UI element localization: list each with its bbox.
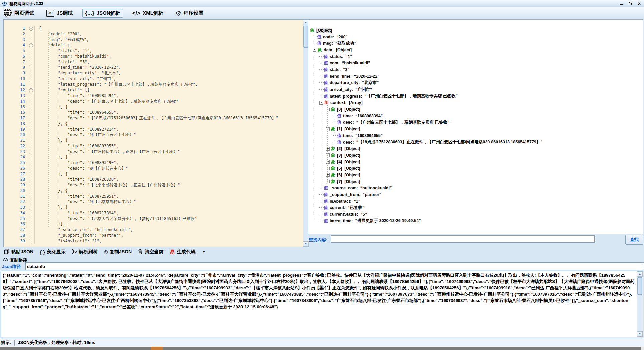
nav-tab-web-debug[interactable]: 网页调试 — [1, 7, 37, 20]
tree-node[interactable]: -象[1][Object] — [310, 126, 642, 132]
paste-json-button[interactable]: 粘贴JSON — [4, 249, 33, 255]
value-type-icon: 值 — [324, 73, 328, 79]
beautify-button[interactable]: { }美化显示 — [40, 249, 66, 255]
close-button[interactable]: × — [637, 1, 642, 6]
value-type-icon: 值 — [324, 198, 328, 204]
tree-node[interactable]: 值desc:“【广州白云区十七部】，瑞朗基歌专卖店 已签收” — [310, 119, 642, 126]
tree-node[interactable]: 值com:“baishikuaidi” — [310, 60, 642, 66]
tree-node[interactable]: 值desc:“【18周成/17512830603】正在派件，【广州白云区十七部/… — [310, 139, 642, 146]
value-type-icon: 值 — [317, 34, 321, 40]
editor-line-text: "msg": "获取成功", — [34, 37, 303, 43]
tree-expand-toggle[interactable]: + — [326, 147, 330, 151]
tree-expand-toggle[interactable]: + — [326, 180, 330, 183]
tree-node[interactable]: -象[0][Object] — [310, 106, 642, 113]
tree-node[interactable]: +象[7][Object] — [310, 178, 642, 185]
tree-expand-toggle[interactable]: + — [326, 167, 330, 170]
value-type-icon: 值 — [324, 205, 328, 211]
line-number: 16 — [4, 110, 28, 115]
json-editor[interactable]: 1-{2 "code": "200",3 "msg": "获取成功",4- "d… — [3, 19, 309, 247]
tree-connector-stub — [319, 89, 324, 90]
tree-node[interactable]: 值currentStatus:“5” — [310, 211, 642, 218]
minimize-button[interactable] — [619, 1, 624, 6]
tree-node[interactable]: 值state:“3” — [310, 66, 642, 73]
array-type-icon: 组 — [324, 100, 329, 106]
fold-collapse-icon[interactable]: - — [29, 43, 33, 47]
tree-expand-toggle[interactable]: - — [326, 127, 330, 131]
tree-connector-stub — [319, 214, 324, 215]
editor-line-text: "desc": "【18周成/17512830603】正在派件，【广州白云区十七… — [34, 115, 303, 121]
nav-tab-label: JSON解析 — [97, 10, 120, 16]
generate-code-button[interactable]: 易生成代码 — [170, 249, 195, 255]
tree-node[interactable]: 值code:“200” — [310, 34, 642, 40]
copy-path-button[interactable]: 复制路径 — [3, 257, 137, 262]
tree-connector-stub — [333, 135, 337, 136]
nav-tab-json-parse[interactable]: {...}JSON解析 — [82, 9, 123, 18]
restore-icon — [629, 2, 632, 5]
fold-column — [28, 59, 34, 65]
restore-button[interactable] — [628, 1, 633, 6]
tree-node[interactable]: 值latest_time:“进展更新于 2020-12-26 19:49:54” — [310, 218, 642, 224]
clear-current-button[interactable]: 清空当前 — [138, 249, 163, 255]
copy-json-button[interactable]: ©复制JSON — [104, 249, 132, 255]
tree-node[interactable]: 值latest_progress:“【广州白云区十七部】，瑞朗基歌专卖店 已签收… — [310, 93, 642, 100]
tree-node[interactable]: 值arrival_city:“广州市” — [310, 86, 642, 93]
tree-node[interactable]: +象[4][Object] — [310, 159, 642, 165]
tree-node[interactable]: 值_support_from:“partner” — [310, 191, 642, 198]
find-button[interactable]: 查找 — [625, 235, 643, 245]
tree-connector-stub — [319, 194, 324, 195]
tree-expand-toggle[interactable]: + — [326, 153, 330, 157]
title-bar: 精易网页助手v2.33 × — [0, 0, 644, 8]
raw-scroll-thumb[interactable] — [637, 277, 642, 295]
fold-column: - — [28, 26, 34, 31]
nav-tab-settings[interactable]: ⚙程序设置 — [173, 9, 206, 18]
tree-connector-stub — [333, 142, 337, 143]
tree-node[interactable]: 值isAbstract:“1” — [310, 198, 642, 205]
tree-node-key: send_time: — [330, 74, 352, 79]
raw-json-area[interactable]: {"status":"1","com":"shentong","state":"… — [1, 271, 643, 337]
tree-expand-toggle[interactable]: - — [319, 101, 323, 105]
tree-node[interactable]: -象data:[Object] — [310, 47, 642, 53]
tree-node[interactable]: +象[3][Object] — [310, 152, 642, 159]
tree-node[interactable]: 值time:“1608983394” — [310, 113, 642, 119]
tree-expand-toggle[interactable]: + — [326, 160, 330, 164]
tree-node[interactable]: 值msg:“获取成功” — [310, 40, 642, 47]
fold-column — [28, 48, 34, 54]
tree-node[interactable]: 值current:“已签收” — [310, 205, 642, 211]
value-type-icon: 值 — [324, 80, 328, 86]
tree-node-value: “partner” — [363, 192, 381, 197]
tree-node[interactable]: +象[5][Object] — [310, 165, 642, 172]
tree-expand-toggle[interactable]: + — [326, 173, 330, 177]
search-input[interactable] — [331, 235, 595, 243]
status-label: 提示: — [1, 340, 11, 346]
tree-node[interactable]: 值status:“1” — [310, 53, 642, 60]
nav-tab-label: 程序设置 — [184, 10, 204, 16]
fold-collapse-icon[interactable]: - — [29, 88, 33, 92]
nav-tab-xml-parse[interactable]: </>XML解析 — [130, 9, 166, 18]
tree-expand-toggle[interactable]: - — [313, 48, 316, 52]
editor-scroll-thumb[interactable] — [303, 26, 308, 48]
tree-node[interactable]: 值time:“1608964655” — [310, 132, 642, 139]
tree-node[interactable]: 值send_time:“2020-12-22” — [310, 73, 642, 80]
raw-json-scrollbar[interactable]: ▲ ▼ — [637, 271, 643, 337]
parse-to-tree-button[interactable]: 解析到树 — [72, 249, 98, 255]
fold-column — [28, 205, 34, 210]
tree-node[interactable]: 值_source_com:“huitongkuaidi” — [310, 185, 642, 192]
tree-node-key: isAbstract: — [330, 199, 351, 204]
tree-node[interactable]: +象[2][Object] — [310, 145, 642, 152]
scroll-down-icon[interactable]: ▼ — [637, 331, 643, 337]
nav-tab-js-debug[interactable]: JSJS调试 — [44, 8, 75, 18]
object-type-icon: 象 — [318, 47, 322, 53]
tree-node[interactable]: -组context:[Array] — [310, 100, 642, 106]
scroll-up-icon[interactable]: ▲ — [637, 271, 643, 277]
line-number: 1 — [4, 26, 28, 31]
tree-node[interactable]: 象[Object] — [310, 27, 642, 34]
line-number: 13 — [4, 93, 28, 99]
tree-node[interactable]: 值departure_city:“北京市” — [310, 80, 642, 86]
tree-node[interactable]: +象[6][Object] — [310, 172, 642, 178]
json-path-input[interactable] — [25, 262, 644, 270]
tree-node-key: [6] — [337, 173, 342, 177]
fold-collapse-icon[interactable]: - — [29, 27, 33, 31]
tree-expand-toggle[interactable]: - — [326, 108, 330, 111]
tree-connector-stub — [313, 37, 317, 37]
tree-connector-line — [334, 131, 334, 142]
